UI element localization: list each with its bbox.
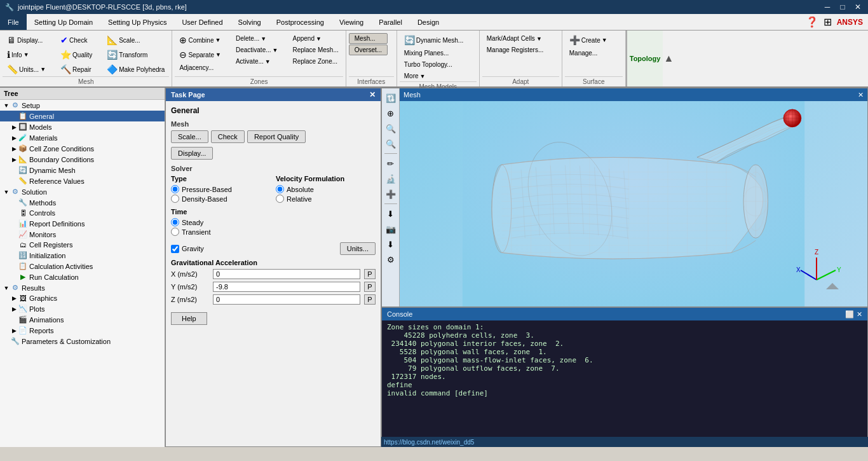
tree-item-params[interactable]: 🔧 Parameters & Customization (0, 336, 165, 347)
mesh-iface-btn[interactable]: Mesh... (349, 33, 388, 44)
maximize-btn[interactable]: □ (837, 3, 848, 11)
vp-zoomout-btn[interactable]: 🔍 (384, 137, 398, 151)
create-btn[interactable]: ➕ Create ▼ (565, 33, 612, 47)
console-close-btn[interactable]: ✕ (857, 310, 862, 319)
z-p-btn[interactable]: P (364, 294, 376, 305)
dynamic-mesh-btn[interactable]: 🔄 Dynamic Mesh... (400, 33, 468, 47)
units-btn[interactable]: 📏 Units... ▼ (3, 62, 50, 76)
tree-item-results[interactable]: ▼ ⚙ Results (0, 282, 165, 293)
transform-btn[interactable]: 🔄 Transform (102, 48, 169, 62)
x-input[interactable] (213, 269, 360, 279)
append-btn[interactable]: Append ▼ (288, 33, 342, 44)
combine-btn[interactable]: ⊕ Combine ▼ (175, 33, 226, 47)
tree-item-ref-values[interactable]: 📏 Reference Values (0, 175, 165, 186)
title-bar-controls[interactable]: ─ □ ✕ (822, 3, 863, 11)
tree-item-reports[interactable]: ▶ 📄 Reports (0, 325, 165, 336)
tree-item-models[interactable]: ▶ 🔲 Models (0, 121, 165, 132)
tree-item-materials[interactable]: ▶ 🧪 Materials (0, 132, 165, 143)
tree-item-graphics[interactable]: ▶ 🖼 Graphics (0, 293, 165, 303)
units-btn[interactable]: Units... (340, 242, 376, 255)
scale-btn[interactable]: 📐 Scale... (102, 33, 169, 47)
vp-probe-btn[interactable]: 🔬 (384, 172, 398, 186)
info-btn[interactable]: ℹ Info ▼ (3, 48, 50, 62)
help-btn[interactable]: Help (171, 312, 207, 325)
activate-btn[interactable]: Activate... ▼ (231, 56, 283, 67)
relative-radio[interactable] (276, 195, 284, 203)
density-based-radio[interactable] (171, 195, 179, 203)
menu-parallel[interactable]: Parallel (371, 14, 410, 30)
tree-item-boundary[interactable]: ▶ 📐 Boundary Conditions (0, 154, 165, 165)
mixing-planes-btn[interactable]: Mixing Planes... (400, 48, 468, 58)
deactivate-btn[interactable]: Deactivate... ▼ (231, 45, 283, 55)
vp-fit-btn[interactable]: ⊕ (384, 106, 398, 120)
pressure-based-radio[interactable] (171, 185, 179, 193)
tree-item-cell-zone[interactable]: ▶ 📦 Cell Zone Conditions (0, 143, 165, 154)
transient-radio[interactable] (171, 228, 179, 236)
tree-item-solution[interactable]: ▼ ⚙ Solution (0, 186, 165, 197)
menu-design[interactable]: Design (410, 14, 447, 30)
layout-icon[interactable]: ⊞ (824, 16, 832, 28)
mark-adapt-btn[interactable]: Mark/Adapt Cells ▼ (482, 33, 548, 44)
tree-item-cell-reg[interactable]: 🗂 Cell Registers (0, 240, 165, 250)
make-polyhedra-btn[interactable]: 🔷 Make Polyhedra (102, 62, 169, 76)
display-btn[interactable]: Display... (171, 147, 213, 160)
overset-btn[interactable]: Overset... (349, 45, 388, 55)
help-icon[interactable]: ❓ (806, 16, 818, 28)
repair-btn[interactable]: 🔨 Repair (56, 62, 97, 76)
tree-item-run-calc[interactable]: ▶ Run Calculation (0, 272, 165, 282)
console-expand-btn[interactable]: ⬜ (845, 310, 854, 319)
vp-pick-btn[interactable]: ✏ (384, 156, 398, 170)
tree-item-methods[interactable]: 🔧 Methods (0, 197, 165, 208)
x-p-btn[interactable]: P (364, 269, 376, 279)
ribbon-collapse-btn[interactable]: ▲ (663, 31, 674, 86)
tree-item-init[interactable]: 🔢 Initialization (0, 250, 165, 261)
menu-file[interactable]: File (0, 14, 27, 30)
replace-mesh-btn[interactable]: Replace Mesh... (288, 45, 342, 55)
menu-user-defined[interactable]: User Defined (174, 14, 230, 30)
tree-item-report-defs[interactable]: 📊 Report Definitions (0, 218, 165, 229)
vp-settings-btn[interactable]: ⚙ (384, 252, 398, 266)
menu-viewing[interactable]: Viewing (332, 14, 371, 30)
task-panel-close-btn[interactable]: ✕ (369, 90, 376, 99)
vp-zoomin-btn[interactable]: 🔍 (384, 121, 398, 135)
vp-down-btn[interactable]: ⬇ (384, 207, 398, 221)
y-input[interactable] (213, 282, 360, 292)
report-quality-btn[interactable]: Report Quality (247, 130, 306, 143)
tree-item-plots[interactable]: ▶ 📉 Plots (0, 303, 165, 314)
close-btn[interactable]: ✕ (853, 3, 863, 11)
quality-btn[interactable]: ⭐ Quality (56, 48, 97, 62)
tree-item-calc-act[interactable]: 📋 Calculation Activities (0, 261, 165, 272)
adjacency-btn[interactable]: Adjacency... (175, 62, 226, 73)
manage-surface-btn[interactable]: Manage... (565, 48, 612, 58)
minimize-btn[interactable]: ─ (822, 3, 832, 11)
tree-item-animations[interactable]: 🎬 Animations (0, 314, 165, 325)
vp-down2-btn[interactable]: ⬇ (384, 237, 398, 251)
vp-camera-btn[interactable]: 📷 (384, 222, 398, 236)
y-p-btn[interactable]: P (364, 282, 376, 292)
delete-btn[interactable]: Delete... ▼ (231, 33, 283, 44)
scale-btn[interactable]: Scale... (171, 130, 208, 143)
tree-item-monitors[interactable]: 📈 Monitors (0, 229, 165, 240)
check-btn[interactable]: ✔ Check (56, 33, 97, 47)
z-input[interactable] (213, 294, 360, 305)
replace-zone-btn[interactable]: Replace Zone... (288, 56, 342, 67)
gravity-checkbox[interactable] (171, 245, 179, 253)
viewport-close-btn[interactable]: ✕ (858, 91, 864, 99)
manage-registers-btn[interactable]: Manage Registers... (482, 45, 548, 55)
menu-setting-physics[interactable]: Setting Up Physics (100, 14, 174, 30)
tree-item-setup[interactable]: ▼ ⚙ Setup (0, 100, 165, 111)
vp-zoomin2-btn[interactable]: ➕ (384, 187, 398, 201)
tree-item-dynamic-mesh[interactable]: 🔄 Dynamic Mesh (0, 165, 165, 175)
menu-solving[interactable]: Solving (231, 14, 269, 30)
menu-postprocessing[interactable]: Postprocessing (269, 14, 332, 30)
display-btn[interactable]: 🖥 Display... (3, 33, 50, 47)
tree-item-controls[interactable]: 🎛 Controls (0, 208, 165, 218)
menu-setting-domain[interactable]: Setting Up Domain (27, 14, 100, 30)
turbo-topology-btn[interactable]: Turbo Topology... (400, 59, 468, 70)
check-btn[interactable]: Check (211, 130, 245, 143)
absolute-radio[interactable] (276, 185, 284, 193)
tree-item-general[interactable]: 📋 General (0, 111, 165, 121)
more-btn[interactable]: More ▼ (400, 71, 468, 81)
steady-radio[interactable] (171, 218, 179, 226)
vp-refresh-btn[interactable]: 🔃 (384, 91, 398, 105)
